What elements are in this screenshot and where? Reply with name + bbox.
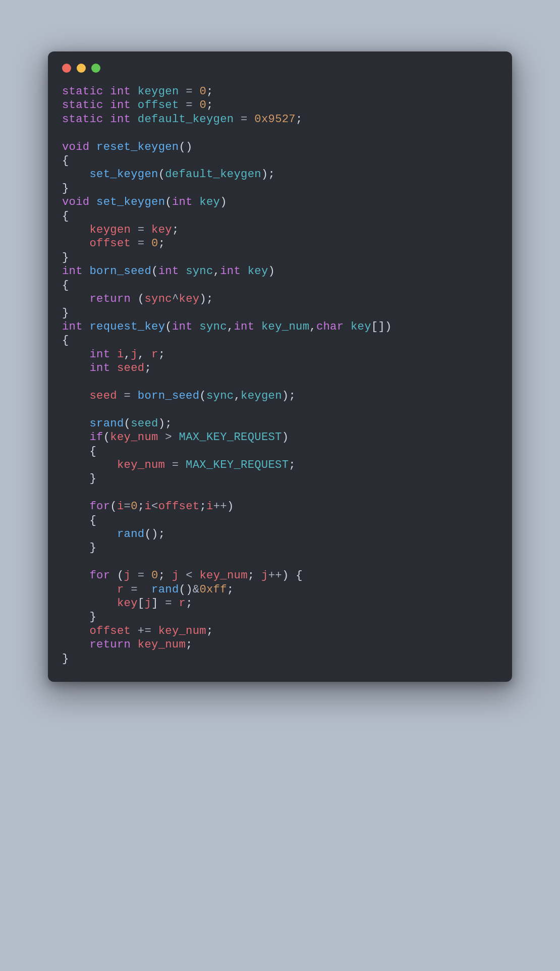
op-eq: = — [131, 583, 138, 596]
fn-rand: rand — [117, 528, 144, 541]
punc-rbrack: ] — [151, 597, 158, 610]
punc-lbrack: [ — [138, 597, 145, 610]
punc-rparen: ) — [282, 390, 289, 402]
num-zero: 0 — [151, 569, 158, 582]
kw-int: int — [220, 265, 241, 278]
punc-rbrace: } — [62, 251, 69, 264]
kw-int: int — [172, 320, 193, 333]
var-i: i — [117, 500, 124, 513]
zoom-icon[interactable] — [91, 64, 100, 73]
kw-int: int — [62, 320, 83, 333]
var-sync: sync — [206, 390, 234, 402]
punc-semi: ; — [289, 390, 296, 402]
var-offset: offset — [89, 237, 131, 250]
kw-static: static — [62, 113, 103, 126]
var-key-num: key_num — [138, 638, 186, 651]
var-keygen: keygen — [138, 85, 179, 98]
punc-rbrace: } — [62, 307, 69, 319]
var-key: key — [179, 293, 200, 305]
op-gt: > — [165, 431, 172, 444]
kw-int: int — [158, 265, 179, 278]
punc-comma: , — [227, 320, 234, 333]
punc-lparen: ( — [144, 528, 151, 541]
punc-semi: ; — [227, 583, 234, 596]
punc-lbrace: { — [62, 279, 69, 292]
fn-rand: rand — [151, 583, 179, 596]
punc-semi: ; — [138, 500, 145, 513]
kw-int: int — [89, 348, 110, 361]
op-eq: = — [138, 237, 145, 250]
punc-rbrace: } — [89, 542, 96, 554]
op-caret: ^ — [172, 293, 179, 305]
punc-rparen: ) — [186, 583, 193, 596]
punc-rparen: ) — [282, 569, 289, 582]
kw-int: int — [110, 85, 131, 98]
punc-rparen: ) — [158, 417, 165, 430]
punc-semi: ; — [206, 99, 213, 112]
var-j: j — [261, 569, 268, 582]
punc-semi: ; — [206, 293, 213, 305]
code-window: static int keygen = 0; static int offset… — [48, 51, 512, 682]
var-seed: seed — [89, 390, 117, 402]
punc-lparen: ( — [179, 141, 186, 153]
param-key-num: key_num — [261, 320, 309, 333]
op-eq: = — [172, 459, 179, 471]
punc-rparen: ) — [268, 265, 275, 278]
param-key: key — [351, 320, 371, 333]
kw-if: if — [89, 431, 103, 444]
kw-int: int — [110, 113, 131, 126]
var-keygen: keygen — [89, 224, 131, 236]
op-inc: ++ — [268, 569, 282, 582]
fn-request-key: request_key — [89, 320, 165, 333]
op-eq: = — [138, 569, 145, 582]
punc-lbrace: { — [296, 569, 303, 582]
punc-comma: , — [234, 390, 241, 402]
close-icon[interactable] — [62, 64, 71, 73]
kw-return: return — [89, 638, 131, 651]
var-j: j — [124, 569, 131, 582]
var-default-keygen: default_keygen — [138, 113, 234, 126]
punc-semi: ; — [296, 113, 303, 126]
punc-semi: ; — [186, 597, 193, 610]
punc-lparen: ( — [151, 265, 158, 278]
var-key-num: key_num — [117, 459, 165, 471]
var-i: i — [117, 348, 124, 361]
punc-lbrace: { — [62, 334, 69, 347]
punc-rbrace: } — [62, 182, 69, 195]
num-zero: 0 — [199, 85, 206, 98]
kw-return: return — [89, 293, 131, 305]
fn-srand: srand — [89, 417, 124, 430]
punc-rparen: ) — [199, 293, 206, 305]
punc-semi: ; — [144, 362, 151, 374]
kw-int: int — [110, 99, 131, 112]
punc-semi: ; — [186, 638, 193, 651]
punc-rbrace: } — [89, 611, 96, 623]
var-offset: offset — [138, 99, 179, 112]
var-r: r — [179, 597, 186, 610]
kw-static: static — [62, 99, 103, 112]
var-sync: sync — [144, 293, 172, 305]
punc-semi: ; — [289, 459, 296, 471]
var-j: j — [144, 597, 151, 610]
punc-rparen: ) — [220, 196, 227, 208]
code-block: static int keygen = 0; static int offset… — [62, 85, 498, 666]
punc-comma: , — [138, 348, 145, 361]
var-offset: offset — [89, 625, 131, 637]
punc-semi: ; — [248, 569, 255, 582]
op-lt: < — [186, 569, 193, 582]
op-pluseq: += — [138, 625, 151, 637]
minimize-icon[interactable] — [77, 64, 86, 73]
kw-void: void — [62, 141, 89, 153]
punc-comma: , — [124, 348, 131, 361]
op-eq: = — [124, 500, 131, 513]
op-lt: < — [151, 500, 158, 513]
punc-lparen: ( — [124, 417, 131, 430]
var-j: j — [131, 348, 138, 361]
param-sync: sync — [199, 320, 227, 333]
var-keygen: keygen — [241, 390, 282, 402]
kw-int: int — [172, 196, 193, 208]
punc-semi: ; — [172, 224, 179, 236]
titlebar — [62, 64, 498, 85]
punc-lparen: ( — [165, 320, 172, 333]
var-key-num: key_num — [110, 431, 158, 444]
